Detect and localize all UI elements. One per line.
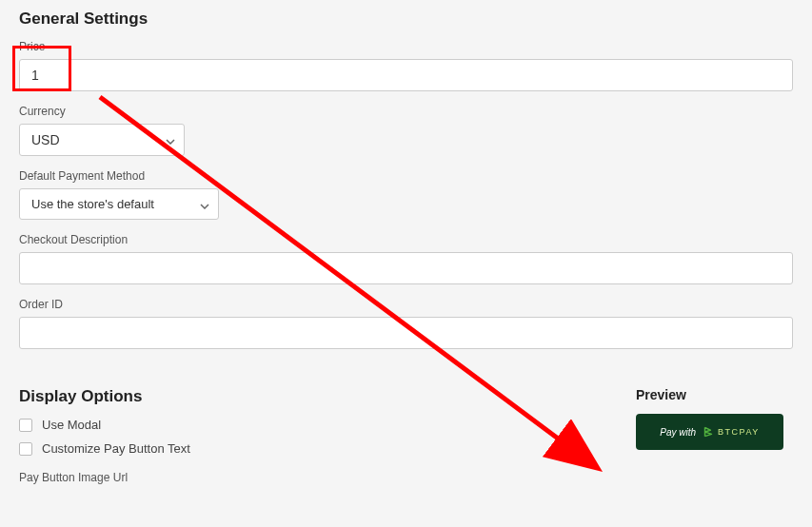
- order-id-group: Order ID: [19, 298, 793, 349]
- pay-with-text: Pay with: [660, 427, 696, 438]
- preview-heading: Preview: [636, 387, 793, 402]
- general-settings-heading: General Settings: [19, 10, 793, 29]
- btcpay-logo: BTCPAY: [702, 425, 760, 439]
- use-modal-row: Use Modal: [19, 418, 607, 432]
- btcpay-icon: [702, 425, 715, 439]
- preview-section: Preview Pay with BTCPAY: [636, 387, 793, 450]
- customize-text-row: Customize Pay Button Text: [19, 441, 607, 456]
- customize-text-checkbox[interactable]: [19, 442, 32, 456]
- price-group: Price: [19, 40, 793, 91]
- checkout-desc-label: Checkout Description: [19, 233, 793, 246]
- order-id-label: Order ID: [19, 298, 793, 311]
- currency-input[interactable]: [19, 124, 185, 156]
- currency-label: Currency: [19, 105, 793, 118]
- customize-text-label: Customize Pay Button Text: [42, 441, 190, 456]
- order-id-input[interactable]: [19, 317, 793, 349]
- price-label: Price: [19, 40, 793, 53]
- payment-method-select[interactable]: Use the store's default: [19, 188, 219, 220]
- use-modal-checkbox[interactable]: [19, 419, 32, 432]
- payment-method-group: Default Payment Method Use the store's d…: [19, 169, 793, 220]
- price-input[interactable]: [19, 59, 793, 91]
- display-options-heading: Display Options: [19, 387, 607, 406]
- button-image-url-label: Pay Button Image Url: [19, 471, 607, 484]
- use-modal-label: Use Modal: [42, 418, 101, 432]
- currency-group: Currency: [19, 105, 793, 156]
- checkout-desc-group: Checkout Description: [19, 233, 793, 284]
- pay-button-preview[interactable]: Pay with BTCPAY: [636, 414, 783, 450]
- checkout-desc-input[interactable]: [19, 252, 793, 284]
- btcpay-logo-text: BTCPAY: [718, 427, 760, 437]
- payment-method-label: Default Payment Method: [19, 169, 793, 183]
